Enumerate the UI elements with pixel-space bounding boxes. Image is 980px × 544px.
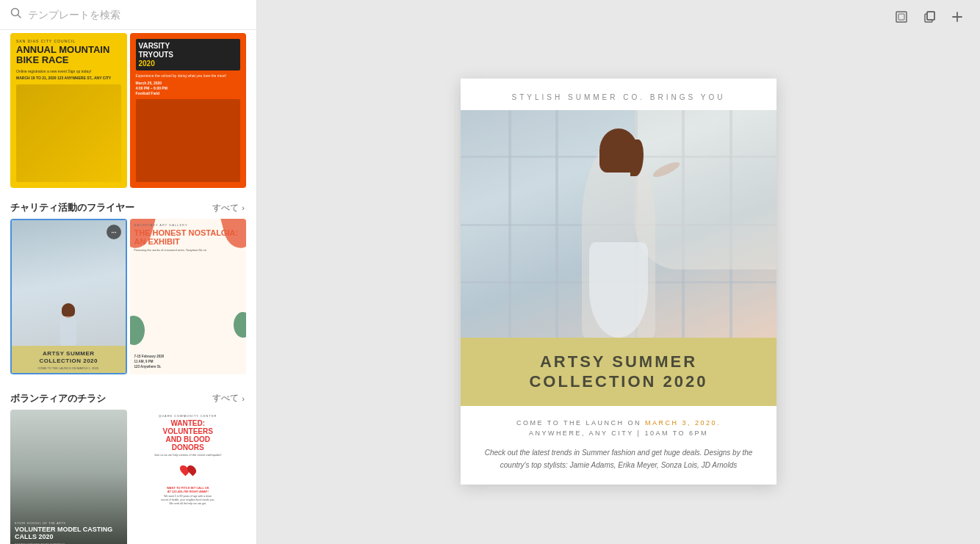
right-toolbar [257, 0, 980, 34]
template-wanted-volunteers[interactable]: QUARK COMMUNITY CENTER WANTED:VOLUNTEERS… [130, 410, 247, 544]
section-volunteer-header: ボランティアのチラシ すべて › [0, 385, 256, 410]
preview-area: STYLISH SUMMER CO. BRINGS YOU [257, 34, 980, 544]
search-bar [0, 0, 256, 30]
preview-band: ARTSY SUMMERCOLLECTION 2020 [461, 338, 777, 406]
volunteer-grid: KYORI SCHOOL OF THE ARTS Volunteer Model… [0, 410, 256, 544]
preview-tagline-section: STYLISH SUMMER CO. BRINGS YOU [461, 79, 777, 110]
preview-bottom: COME TO THE LAUNCH ON MARCH 3, 2020. ANY… [461, 406, 777, 485]
section-volunteer-all[interactable]: すべて › [212, 392, 246, 405]
template-artsy-summer[interactable]: ARTSY SUMMERCOLLECTION 2020 COME TO THE … [10, 219, 127, 374]
preview-tagline: STYLISH SUMMER CO. BRINGS YOU [475, 93, 762, 101]
preview-description: Check out the latest trends in Summer fa… [478, 446, 759, 471]
preview-person-figure [552, 125, 685, 338]
section-charity-title: チャリティ活動のフライヤー [10, 201, 134, 214]
section-charity-all[interactable]: すべて › [212, 202, 246, 214]
preview-card: STYLISH SUMMER CO. BRINGS YOU [461, 79, 777, 485]
preview-band-title: ARTSY SUMMERCOLLECTION 2020 [475, 352, 762, 391]
chevron-right-icon-2: › [242, 394, 245, 403]
search-input[interactable] [28, 9, 246, 21]
add-button[interactable] [946, 6, 968, 28]
card-options-menu[interactable]: ··· [107, 225, 121, 239]
template-bike-race[interactable]: SAN DIAS CITY COUNCIL ANNUAL MOUNTAIN BI… [10, 33, 127, 188]
top-thumb-grid: SAN DIAS CITY COUNCIL ANNUAL MOUNTAIN BI… [0, 30, 256, 194]
template-honest-nostalgia[interactable]: NATORYASY ART GALLERY THE HONEST NOSTALG… [130, 219, 247, 374]
svg-line-1 [18, 15, 21, 18]
duplicate-button[interactable] [918, 6, 940, 28]
svg-rect-2 [896, 12, 907, 22]
preview-image [461, 110, 777, 338]
right-panel: STYLISH SUMMER CO. BRINGS YOU [257, 0, 980, 544]
section-volunteer-title: ボランティアのチラシ [10, 392, 106, 405]
template-varsity[interactable]: VARSITYTRYOUTS 2020 Experience the schoo… [130, 33, 247, 188]
svg-rect-3 [898, 14, 904, 20]
left-panel: SAN DIAS CITY COUNCIL ANNUAL MOUNTAIN BI… [0, 0, 257, 544]
template-volunteer-model[interactable]: KYORI SCHOOL OF THE ARTS Volunteer Model… [10, 410, 127, 544]
search-icon [10, 7, 22, 22]
svg-rect-5 [927, 12, 934, 20]
preview-launch-text: COME TO THE LAUNCH ON MARCH 3, 2020. ANY… [478, 418, 759, 439]
charity-grid: ARTSY SUMMERCOLLECTION 2020 COME TO THE … [0, 219, 256, 384]
chevron-right-icon: › [242, 203, 245, 212]
section-charity-header: チャリティ活動のフライヤー すべて › [0, 194, 256, 219]
frame-view-button[interactable] [890, 6, 912, 28]
